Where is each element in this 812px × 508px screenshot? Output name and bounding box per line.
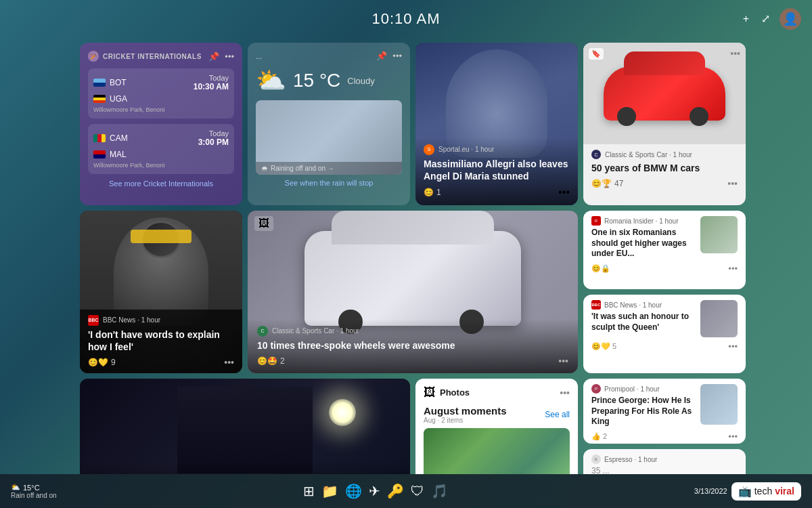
player-count: 9 [111, 358, 116, 367]
espresso-icon: E [591, 454, 601, 464]
queen-bottom: 😊💛 5 ••• [591, 341, 738, 352]
reaction-count: 1 [436, 188, 441, 197]
cricket-player-overlay: BBC BBC News · 1 hour 'I don't have word… [80, 310, 242, 373]
weather-header: ... 📌 ••• [256, 51, 402, 61]
dark-night-card[interactable]: ES Evening Standard · 1 hour [80, 379, 410, 474]
queen-text: BBC BBC News · 1 hour 'It was such an ho… [591, 300, 695, 337]
header-actions: + ⤢ 👤 [740, 8, 801, 30]
album-meta: Aug · 2 items [424, 417, 507, 424]
file-explorer-icon[interactable]: 📁 [321, 483, 338, 499]
queen-source: BBC News · 1 hour [604, 301, 662, 309]
right-col-row2: R Romania Insider · 1 hour One in six Ro… [583, 211, 746, 373]
queen-more-icon[interactable]: ••• [728, 341, 738, 352]
match1-day: Today [194, 74, 229, 82]
team-mal: MAL [110, 150, 127, 159]
bmw-car-shape [604, 66, 725, 121]
add-widget-button[interactable]: + [740, 10, 752, 28]
bmw-news-card[interactable]: 🔖 ••• C Classic & Sports Car · 1 hour 50… [583, 43, 746, 205]
allegri-more-icon[interactable]: ••• [558, 186, 570, 198]
techviral-brand: 📺 techviral [731, 482, 801, 501]
password-manager-icon[interactable]: 🔑 [387, 483, 404, 499]
prince-top: P Promipool · 1 hour Prince George: How … [591, 384, 738, 427]
romania-headline: One in six Romanians should get higher w… [591, 228, 695, 259]
cricket-player-card[interactable]: BBC BBC News · 1 hour 'I don't have word… [80, 211, 242, 373]
pin-icon[interactable]: 📌 [208, 51, 219, 62]
big-car-shape [304, 231, 521, 326]
reaction-emoji: 😊 [424, 188, 434, 197]
cricket-player-reactions: 😊💛 9 ••• [88, 357, 234, 368]
flag-uga [93, 95, 106, 103]
car-wheels-card[interactable]: 🖼 C Classic & Sports Car · 1 hour 10 tim… [248, 211, 578, 373]
bmw-content: C Classic & Sports Car · 1 hour 50 years… [583, 144, 746, 194]
queen-headline: 'It was such an honour to sculpt the Que… [591, 312, 695, 333]
queen-card[interactable]: BBC BBC News · 1 hour 'It was such an ho… [583, 295, 746, 373]
brand-text-tech: tech [754, 486, 772, 496]
prince-headline: Prince George: How He Is Preparing For H… [591, 396, 695, 427]
queen-reactions: 😊💛 5 [591, 342, 616, 351]
album-title: August moments [424, 405, 507, 417]
allegri-news-card[interactable]: S Sportal.eu · 1 hour Massimiliano Alleg… [415, 43, 578, 205]
bmw-reaction-icons: 😊🏆 47 [591, 179, 623, 188]
photos-more-icon[interactable]: ••• [560, 387, 570, 398]
bmw-source-name: Classic & Sports Car · 1 hour [605, 151, 692, 158]
windows-start-icon[interactable]: ⊞ [303, 483, 315, 499]
espresso-card[interactable]: E Espresso · 1 hour 35 ... [583, 449, 746, 474]
match2-time: 3:00 PM [198, 137, 229, 147]
team-uga: UGA [110, 94, 127, 104]
romania-source: Romania Insider · 1 hour [604, 217, 679, 225]
prince-reactions: 👍 2 [591, 432, 607, 441]
prince-george-card[interactable]: P Promipool · 1 hour Prince George: How … [583, 379, 746, 444]
bmw-emoji: 😊🏆 [591, 179, 612, 188]
photos-app-label: Photos [440, 387, 470, 398]
weather-map: 🌧Raining off and on → [256, 100, 402, 175]
weather-footer[interactable]: See when the rain will stop [256, 179, 402, 187]
weather-more-icon[interactable]: ••• [392, 51, 402, 61]
minimize-button[interactable]: ⤢ [759, 9, 773, 28]
cricket-header: 🏏 CRICKET INTERNATIONALS 📌 ••• [88, 51, 234, 62]
player-emoji: 😊💛 [88, 358, 108, 367]
more-options-icon[interactable]: ••• [225, 51, 234, 62]
car-emoji: 😊🤩 [257, 356, 277, 366]
bmw-more-icon[interactable]: ••• [730, 48, 740, 59]
queen-thumb [700, 300, 738, 337]
match1-time: 10:30 AM [194, 82, 229, 91]
espresso-source: Espresso · 1 hour [604, 456, 657, 463]
shield-icon[interactable]: 🛡 [411, 484, 424, 499]
romania-card[interactable]: R Romania Insider · 1 hour One in six Ro… [583, 211, 746, 289]
card-reactions: 😊 1 ••• [424, 186, 570, 198]
weather-widget[interactable]: ... 📌 ••• ⛅ 15 °C Cloudy 🌧Raining off an… [248, 43, 410, 205]
match2-day: Today [198, 129, 229, 137]
bmw-save-icon[interactable]: 🔖 [589, 48, 604, 60]
widget-grid: 🏏 CRICKET INTERNATIONALS 📌 ••• BOT Today… [74, 37, 812, 474]
car-source-row: C Classic & Sports Car · 1 hour [257, 326, 568, 337]
edge-browser-icon[interactable]: 🌐 [345, 483, 362, 499]
romania-more-icon[interactable]: ••• [728, 263, 738, 274]
see-all-link[interactable]: See all [545, 410, 570, 419]
see-more-cricket[interactable]: See more Cricket Internationals [88, 179, 234, 188]
right-col-row3: P Promipool · 1 hour Prince George: How … [583, 379, 746, 474]
dark-bg [80, 379, 410, 474]
weather-pin-icon[interactable]: 📌 [376, 51, 387, 61]
romania-top: R Romania Insider · 1 hour One in six Ro… [591, 216, 738, 259]
weather-location: ... [256, 52, 262, 60]
romania-text: R Romania Insider · 1 hour One in six Ro… [591, 216, 695, 259]
telegram-icon[interactable]: ✈ [369, 483, 380, 499]
source-icon: S [424, 144, 434, 155]
romania-bottom: 😊🔒 ••• [591, 263, 738, 274]
spotify-icon[interactable]: 🎵 [431, 483, 448, 499]
taskbar-right: 3/13/2022 📺 techviral [694, 482, 801, 501]
car-source-name: Classic & Sports Car · 1 hour [272, 327, 359, 335]
romania-reactions: 😊🔒 [591, 264, 610, 273]
taskbar: ⛅15°C Rain off and on ⊞ 📁 🌐 ✈ 🔑 🛡 🎵 3/13… [0, 474, 812, 508]
cricket-actions: 📌 ••• [208, 51, 234, 62]
prince-more-icon[interactable]: ••• [728, 431, 738, 442]
bmw-more-btn[interactable]: ••• [727, 178, 738, 189]
photos-thumbnail [424, 428, 570, 474]
weather-main: ⛅ 15 °C Cloudy [256, 66, 402, 95]
avatar[interactable]: 👤 [780, 8, 801, 30]
bbc-source-icon: BBC [88, 315, 99, 326]
car-more-icon[interactable]: ••• [558, 356, 568, 366]
photos-widget[interactable]: 🖼 Photos ••• August moments Aug · 2 item… [415, 379, 578, 474]
player-more-icon[interactable]: ••• [224, 357, 234, 368]
cricket-widget[interactable]: 🏏 CRICKET INTERNATIONALS 📌 ••• BOT Today… [80, 43, 242, 205]
